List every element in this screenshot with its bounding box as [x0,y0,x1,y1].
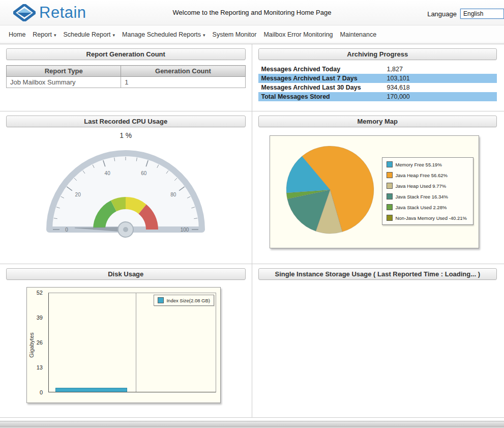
index-size-bar [55,388,127,392]
report-type-cell: Job Mailbox Summary [7,77,121,88]
nav-item-report[interactable]: Report [33,31,56,38]
report-generation-count-title: Report Generation Count [6,48,246,60]
archiving-progress-title: Archiving Progress [258,48,497,60]
panel-single-instance-storage: Single Instance Storage Usage ( Last Rep… [252,264,504,418]
stat-value: 934,618 [387,84,410,91]
svg-text:60: 60 [141,170,147,176]
y-tick-label: 0 [40,389,43,395]
legend-swatch [158,297,164,303]
legend-item: Memory Free 55.19% [387,161,469,167]
disk-legend: Index Size(2.08 GB) [154,295,214,306]
legend-swatch [387,161,393,167]
svg-text:80: 80 [171,192,177,197]
chevron-down-icon [111,31,115,38]
nav-item-mailbox-error-monitoring[interactable]: Mailbox Error Monitoring [263,31,333,38]
archiving-stat-row: Messages Archived Last 7 Days 103,101 [258,74,497,83]
legend-label: Java Stack Free 16.34% [396,194,449,199]
nav-item-label: System Monitor [213,31,257,38]
legend-label: Index Size(2.08 GB) [166,298,210,303]
panel-archiving-progress: Archiving Progress Messages Archived Tod… [252,44,504,111]
nav-item-system-monitor[interactable]: System Monitor [213,31,257,38]
chevron-down-icon [201,31,205,38]
legend-swatch [387,183,393,189]
memory-legend: Memory Free 55.19% Java Heap Free 56.62%… [382,157,473,225]
nav-item-label: Mailbox Error Monitoring [263,31,333,38]
memory-pie [279,141,383,239]
disk-usage-title: Disk Usage [6,268,246,280]
legend-swatch [387,172,393,178]
header: Retain Welcome to the Reporting and Moni… [0,0,504,25]
legend-item: Java Heap Used 9.77% [387,183,469,189]
panel-cpu-usage: Last Recorded CPU Usage 1 % 020406080100 [0,111,252,264]
cpu-usage-title: Last Recorded CPU Usage [6,116,246,127]
category-gridline [136,293,136,392]
language-label: Language [427,10,457,18]
disk-usage-chart: Gigabytes 0 13 26 39 52 Index Size(2.08 … [26,287,221,403]
legend-label: Java Stack Used 2.28% [396,205,447,210]
legend-label: Memory Free 55.19% [396,162,442,167]
panel-report-generation-count: Report Generation Count Report Type Gene… [0,44,252,111]
y-tick-label: 52 [37,290,43,296]
language-select[interactable]: English [460,9,504,19]
nav-item-label: Schedule Report [63,31,110,38]
stat-value: 170,000 [387,93,410,100]
nav-item-label: Maintenance [340,31,377,38]
single-instance-storage-title: Single Instance Storage Usage ( Last Rep… [258,268,497,280]
y-tick-label: 39 [37,315,43,321]
stat-label: Messages Archived Last 7 Days [261,75,387,82]
dashboard-grid: Report Generation Count Report Type Gene… [0,44,504,418]
y-tick-label: 13 [37,364,43,370]
column-header-report-type: Report Type [7,66,121,77]
legend-swatch [387,204,393,210]
legend-item: Java Heap Free 56.62% [387,172,469,178]
disk-plot-area [48,293,216,392]
language-selected-value: English [463,10,483,17]
report-generation-table: Report Type Generation Count Job Mailbox… [6,65,246,88]
stat-label: Messages Archived Today [261,66,387,73]
footer-bar [0,421,504,427]
legend-item: Java Stack Free 16.34% [387,193,469,199]
nav-item-home[interactable]: Home [9,31,25,38]
svg-text:0: 0 [65,227,68,233]
archiving-stat-row: Total Messages Stored 170,000 [258,92,497,101]
archiving-stat-row: Messages Archived Last 30 Days 934,618 [258,83,497,92]
table-header-row: Report Type Generation Count [7,66,246,77]
memory-map-chart: Memory Free 55.19% Java Heap Free 56.62%… [270,135,479,248]
nav-item-label: Manage Scheduled Reports [122,31,201,38]
nav-item-schedule-report[interactable]: Schedule Report [63,31,115,38]
legend-swatch [387,193,393,199]
stat-value: 1,827 [387,66,403,73]
disk-y-axis-ticks: 0 13 26 39 52 [27,293,45,392]
svg-text:20: 20 [75,192,81,197]
legend-label: Java Heap Free 56.62% [396,173,448,178]
generation-count-cell: 1 [121,77,245,88]
legend-item: Java Stack Used 2.28% [387,204,469,210]
panel-disk-usage: Disk Usage Gigabytes 0 13 26 39 52 Index… [0,264,252,418]
column-header-generation-count: Generation Count [121,66,245,77]
cpu-gauge-value-label: 1 % [6,131,246,139]
nav-item-maintenance[interactable]: Maintenance [340,31,377,38]
chevron-down-icon [52,31,56,38]
legend-swatch [387,215,393,221]
retain-dashboard: Retain Welcome to the Reporting and Moni… [0,0,504,428]
panel-memory-map: Memory Map Memory Free 55.19% Java Heap … [252,111,504,264]
nav-item-manage-scheduled-reports[interactable]: Manage Scheduled Reports [122,31,205,38]
archiving-stat-row: Messages Archived Today 1,827 [258,65,497,74]
nav-item-label: Home [9,31,25,38]
cpu-gauge: 020406080100 [39,140,212,242]
nav-item-label: Report [33,31,52,38]
y-tick-label: 26 [37,339,43,346]
stat-label: Messages Archived Last 30 Days [261,84,387,91]
legend-label: Java Heap Used 9.77% [396,183,447,189]
svg-text:100: 100 [181,227,189,233]
language-area: Language English [427,9,504,19]
legend-label: Non-Java Memory Used -40.21% [396,215,467,221]
archiving-stats: Messages Archived Today 1,827 Messages A… [258,65,497,101]
stat-label: Total Messages Stored [261,93,387,100]
table-row: Job Mailbox Summary 1 [7,77,246,88]
memory-map-title: Memory Map [258,116,497,127]
stat-value: 103,101 [387,75,410,82]
legend-item: Non-Java Memory Used -40.21% [387,215,469,221]
svg-text:40: 40 [105,170,111,176]
nav-bar: Home Report Schedule Report Manage Sched… [0,25,504,44]
